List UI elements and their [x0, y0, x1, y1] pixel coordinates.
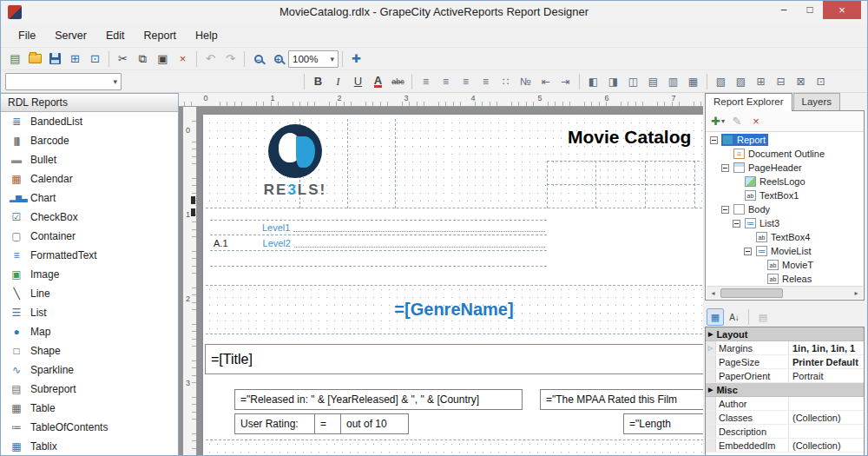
rating-scale-textbox[interactable]: out of 10: [340, 413, 409, 434]
horizontal-spacing-icon[interactable]: ⊟: [771, 72, 791, 91]
property-row-margins[interactable]: ▷ Margins 1in, 1in, 1in, 1: [706, 341, 864, 355]
toolbox-item-bullet[interactable]: ▬Bullet: [1, 150, 178, 169]
scroll-right-icon[interactable]: ▸: [850, 287, 863, 299]
property-row-author[interactable]: Author: [706, 397, 864, 411]
export-icon[interactable]: ⊡: [85, 50, 105, 69]
collapse-icon[interactable]: [744, 248, 752, 255]
align-left-icon[interactable]: ≡: [416, 72, 436, 91]
toolbox-item-sparkline[interactable]: ∿Sparkline: [1, 360, 178, 380]
toolbox-item-calendar[interactable]: ▦Calendar: [1, 169, 178, 188]
margin-marker[interactable]: [191, 196, 195, 204]
menu-file[interactable]: File: [9, 26, 45, 45]
tree-node-document-outline[interactable]: Document Outline: [707, 147, 863, 161]
reels-logo-image[interactable]: RE3LS!: [255, 124, 335, 199]
expand-arrow-icon[interactable]: ▷: [706, 341, 716, 354]
align-tops-icon[interactable]: ▤: [643, 72, 663, 91]
menu-report[interactable]: Report: [135, 26, 187, 45]
toolbox-item-tableofcontents[interactable]: ≔TableOfContents: [1, 418, 178, 437]
minimize-button[interactable]: –: [771, 0, 797, 19]
indent-icon[interactable]: ⇥: [556, 72, 575, 91]
menu-help[interactable]: Help: [186, 26, 227, 45]
same-height-icon[interactable]: ▨: [731, 72, 751, 91]
toolbox-item-chart[interactable]: ▂▆▃Chart: [1, 188, 178, 208]
delete-icon[interactable]: ×: [173, 50, 193, 69]
tab-layers[interactable]: Layers: [793, 93, 841, 111]
toolbox-item-container[interactable]: ▢Container: [1, 227, 178, 246]
category-misc[interactable]: ▶ Misc: [706, 383, 864, 397]
maximize-button[interactable]: □: [797, 0, 823, 19]
mpaa-field-textbox[interactable]: ="The MPAA Rated this Film: [540, 389, 703, 410]
add-item-icon[interactable]: ⊞: [65, 50, 85, 69]
bullet-list-icon[interactable]: ∷: [496, 72, 516, 91]
copy-icon[interactable]: ⧉: [133, 50, 153, 69]
property-pages-icon[interactable]: ▤: [754, 308, 772, 326]
tree-node-reelslogo[interactable]: ReelsLogo: [707, 175, 863, 188]
tree-node-list3[interactable]: List3: [707, 216, 863, 230]
snap-to-grid-icon[interactable]: ⊡: [811, 72, 831, 91]
toolbox-item-shape[interactable]: □Shape: [1, 341, 178, 360]
same-width-icon[interactable]: ▧: [711, 72, 731, 91]
property-row-embeddedimages[interactable]: EmbeddedIm (Collection): [706, 439, 864, 453]
save-icon[interactable]: [45, 50, 65, 69]
genre-field-textbox[interactable]: =[GenreName]: [394, 300, 513, 320]
scrollbar-thumb[interactable]: [720, 288, 783, 298]
align-middles-icon[interactable]: ▥: [663, 72, 683, 91]
alphabetical-sort-icon[interactable]: A↓: [726, 308, 743, 326]
margin-marker[interactable]: [191, 208, 195, 216]
delete-node-button[interactable]: ×: [747, 113, 765, 130]
close-button[interactable]: ×: [823, 0, 861, 19]
toolbox-header[interactable]: RDL Reports: [1, 94, 178, 112]
tree-node-movietitle[interactable]: MovieT: [707, 258, 863, 272]
report-title-textbox[interactable]: Movie Catalog: [568, 127, 703, 148]
paste-icon[interactable]: ▣: [153, 50, 173, 69]
toolbox-item-bandedlist[interactable]: ≣BandedList: [1, 112, 178, 131]
toolbox-item-map[interactable]: ●Map: [1, 322, 178, 341]
toolbox-item-list[interactable]: ☰List: [1, 303, 178, 322]
tree-node-textbox1[interactable]: TextBox1: [707, 188, 863, 202]
bottom-band[interactable]: [206, 439, 703, 456]
user-rating-label-textbox[interactable]: User Rating:: [234, 413, 315, 434]
bold-icon[interactable]: B: [308, 72, 328, 91]
underline-icon[interactable]: U: [348, 72, 368, 91]
zoom-out-icon[interactable]: −: [248, 50, 268, 69]
title-field-textbox[interactable]: =[Title]: [205, 344, 703, 374]
scroll-left-icon[interactable]: ◂: [707, 287, 720, 299]
collapse-icon[interactable]: [710, 136, 718, 144]
toc-level2-row[interactable]: A.1 Level2: [210, 235, 549, 250]
toolbox-item-checkbox[interactable]: ☑CheckBox: [1, 208, 178, 227]
toc-level1-row[interactable]: Level1: [210, 220, 549, 235]
align-lefts-icon[interactable]: ◧: [583, 72, 603, 91]
tree-horizontal-scrollbar[interactable]: ◂ ▸: [707, 286, 863, 299]
redo-icon[interactable]: ↷: [220, 50, 240, 69]
property-row-paperorientation[interactable]: PaperOrient Portrait: [706, 369, 864, 383]
tree-node-report[interactable]: Report: [707, 133, 863, 147]
collapse-icon[interactable]: [721, 206, 729, 214]
tree-node-textbox4[interactable]: TextBox4: [707, 230, 863, 244]
numbered-list-icon[interactable]: №: [516, 72, 536, 91]
align-center-icon[interactable]: ≡: [436, 72, 456, 91]
italic-icon[interactable]: I: [328, 72, 348, 91]
released-field-textbox[interactable]: ="Released in: " & [YearReleased] & ", "…: [234, 389, 523, 410]
toolbox-item-barcode[interactable]: ||||Barcode: [1, 131, 178, 150]
property-row-pagesize[interactable]: PageSize Printer Default: [706, 355, 864, 369]
outdent-icon[interactable]: ⇤: [536, 72, 556, 91]
zoom-in-icon[interactable]: +: [268, 50, 288, 69]
vertical-spacing-icon[interactable]: ⊠: [791, 72, 811, 91]
category-layout[interactable]: ▶ Layout: [706, 327, 864, 341]
toolbox-item-table[interactable]: ▦Table: [1, 399, 178, 418]
tree-node-released[interactable]: Releas: [707, 272, 863, 286]
toolbox-item-image[interactable]: ▣Image: [1, 265, 178, 284]
edit-node-button[interactable]: ✎: [728, 113, 746, 130]
font-color-icon[interactable]: A: [368, 72, 388, 91]
toolbox-item-tablix[interactable]: ▦Tablix: [1, 437, 178, 456]
property-row-classes[interactable]: Classes (Collection): [706, 411, 864, 425]
tree-node-movielist[interactable]: MovieList: [707, 244, 863, 258]
align-centers-icon[interactable]: ◨: [603, 72, 623, 91]
cut-icon[interactable]: ✂: [113, 50, 133, 69]
align-rights-icon[interactable]: ◫: [623, 72, 643, 91]
tab-report-explorer[interactable]: Report Explorer: [705, 93, 792, 111]
undo-icon[interactable]: ↶: [201, 50, 220, 69]
length-field-textbox[interactable]: ="Length: [623, 413, 703, 434]
align-right-icon[interactable]: ≡: [456, 72, 476, 91]
font-family-combo[interactable]: ▾: [5, 73, 122, 90]
